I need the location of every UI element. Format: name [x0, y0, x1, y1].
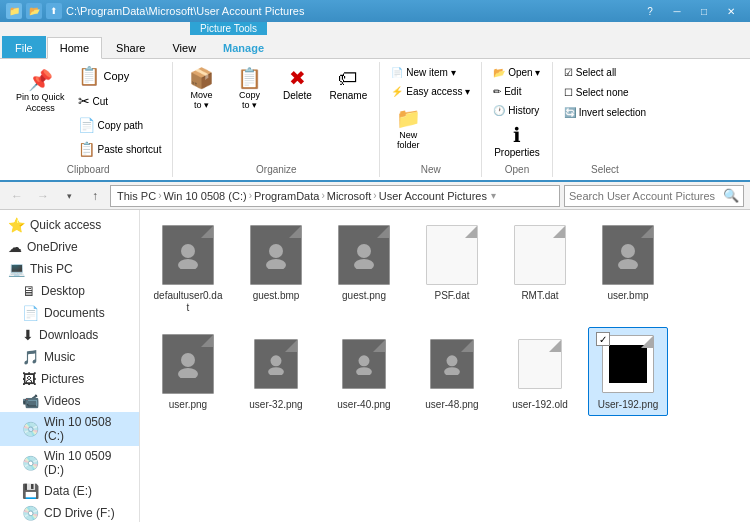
- sidebar-item-music[interactable]: 🎵 Music: [0, 346, 139, 368]
- breadcrumb-this-pc[interactable]: This PC: [117, 190, 156, 202]
- sidebar-item-desktop[interactable]: 🖥 Desktop: [0, 280, 139, 302]
- sidebar: ⭐ Quick access ☁ OneDrive 💻 This PC 🖥 De…: [0, 210, 140, 522]
- file-name-user-32: user-32.png: [249, 399, 302, 411]
- back-button[interactable]: ←: [6, 185, 28, 207]
- easy-access-icon: ⚡: [391, 86, 403, 97]
- delete-button[interactable]: ✖ Delete: [275, 64, 319, 105]
- documents-icon: 📄: [22, 305, 39, 321]
- new-item-button[interactable]: 📄 New item ▾: [386, 64, 460, 81]
- help-button[interactable]: ?: [637, 2, 663, 20]
- paste-shortcut-label: Paste shortcut: [98, 144, 162, 155]
- properties-button[interactable]: ℹ Properties: [488, 121, 546, 162]
- title-bar: 📁 📂 ⬆ C:\ProgramData\Microsoft\User Acco…: [0, 0, 750, 22]
- file-item-user-192-old[interactable]: user-192.old: [500, 327, 580, 416]
- clipboard-label: Clipboard: [67, 164, 110, 175]
- sidebar-item-win10-c[interactable]: 💿 Win 10 0508 (C:): [0, 412, 139, 446]
- sidebar-item-pictures[interactable]: 🖼 Pictures: [0, 368, 139, 390]
- sidebar-label-win10-c: Win 10 0508 (C:): [44, 415, 131, 443]
- tab-home[interactable]: Home: [47, 37, 102, 59]
- file-item-rmt-dat[interactable]: RMT.dat: [500, 218, 580, 319]
- quick-access-icon: ⭐: [8, 217, 25, 233]
- invert-selection-button[interactable]: 🔄 Invert selection: [559, 104, 651, 121]
- pin-to-quick-access-button[interactable]: 📌 Pin to QuickAccess: [10, 64, 71, 118]
- file-name-guest-bmp: guest.bmp: [253, 290, 300, 302]
- easy-access-button[interactable]: ⚡ Easy access ▾: [386, 83, 475, 100]
- new-content: 📄 New item ▾ ⚡ Easy access ▾ 📁 Newfolder: [386, 64, 475, 162]
- sidebar-item-videos[interactable]: 📹 Videos: [0, 390, 139, 412]
- sidebar-item-quick-access[interactable]: ⭐ Quick access: [0, 214, 139, 236]
- search-input[interactable]: [569, 190, 720, 202]
- copy-path-button[interactable]: 📄 Copy path: [73, 114, 167, 136]
- sidebar-item-downloads[interactable]: ⬇ Downloads: [0, 324, 139, 346]
- svg-point-1: [178, 259, 198, 269]
- tab-view[interactable]: View: [159, 36, 209, 58]
- properties-icon: ℹ: [513, 125, 521, 145]
- file-name-psf: PSF.dat: [434, 290, 469, 302]
- close-button[interactable]: ✕: [718, 2, 744, 20]
- move-to-button[interactable]: 📦 Moveto ▾: [179, 64, 223, 114]
- file-item-user-bmp[interactable]: user.bmp: [588, 218, 668, 319]
- copy-to-label: Copyto ▾: [239, 90, 260, 110]
- file-item-user-192-png[interactable]: ✓ User-192.png: [588, 327, 668, 416]
- copy-button[interactable]: 📋 Copy: [73, 64, 167, 88]
- select-all-button[interactable]: ☑ Select all: [559, 64, 622, 81]
- select-label: Select: [591, 164, 619, 175]
- desktop-icon: 🖥: [22, 283, 36, 299]
- breadcrumb-win10-c[interactable]: Win 10 0508 (C:): [163, 190, 246, 202]
- tab-share[interactable]: Share: [103, 36, 158, 58]
- sidebar-item-win10-d[interactable]: 💿 Win 10 0509 (D:): [0, 446, 139, 480]
- tab-file[interactable]: File: [2, 36, 46, 58]
- file-item-defaultuser0[interactable]: defaultuser0.dat: [148, 218, 228, 319]
- file-icon-defaultuser0: [156, 223, 220, 287]
- svg-point-13: [356, 367, 372, 375]
- breadcrumb-user-account-pictures[interactable]: User Account Pictures: [379, 190, 487, 202]
- delete-label: Delete: [283, 90, 312, 101]
- ribbon: 📌 Pin to QuickAccess 📋 Copy ✂ Cut 📄 Copy…: [0, 59, 750, 182]
- up-button[interactable]: ↑: [84, 185, 106, 207]
- sidebar-item-cd-f[interactable]: 💿 CD Drive (F:): [0, 502, 139, 522]
- rename-button[interactable]: 🏷 Rename: [323, 64, 373, 105]
- sidebar-label-this-pc: This PC: [30, 262, 73, 276]
- history-icon: 🕐: [493, 105, 505, 116]
- file-item-guest-bmp[interactable]: guest.bmp: [236, 218, 316, 319]
- file-item-psf-dat[interactable]: PSF.dat: [412, 218, 492, 319]
- file-icon-user-bmp: [596, 223, 660, 287]
- copy-to-icon: 📋: [237, 68, 262, 88]
- search-bar[interactable]: 🔍: [564, 185, 744, 207]
- file-name-defaultuser0: defaultuser0.dat: [153, 290, 223, 314]
- new-group: 📄 New item ▾ ⚡ Easy access ▾ 📁 Newfolder…: [380, 62, 482, 177]
- file-name-user-bmp: user.bmp: [607, 290, 648, 302]
- minimize-button[interactable]: ─: [664, 2, 690, 20]
- open-group: 📂 Open ▾ ✏ Edit 🕐 History ℹ Properties O…: [482, 62, 553, 177]
- breadcrumb-microsoft[interactable]: Microsoft: [327, 190, 372, 202]
- file-item-guest-png[interactable]: guest.png: [324, 218, 404, 319]
- recent-locations-button[interactable]: ▾: [58, 185, 80, 207]
- select-none-button[interactable]: ☐ Select none: [559, 84, 634, 101]
- paste-shortcut-button[interactable]: 📋 Paste shortcut: [73, 138, 167, 160]
- svg-point-3: [266, 259, 286, 269]
- edit-button[interactable]: ✏ Edit: [488, 83, 526, 100]
- forward-button[interactable]: →: [32, 185, 54, 207]
- svg-point-5: [354, 259, 374, 269]
- file-item-user-png[interactable]: user.png: [148, 327, 228, 416]
- copy-path-icon: 📄: [78, 117, 95, 133]
- breadcrumb-programdata[interactable]: ProgramData: [254, 190, 319, 202]
- file-area: defaultuser0.dat guest.bmp guest.p: [140, 210, 750, 522]
- cut-button[interactable]: ✂ Cut: [73, 90, 167, 112]
- file-item-user-40[interactable]: user-40.png: [324, 327, 404, 416]
- sidebar-item-documents[interactable]: 📄 Documents: [0, 302, 139, 324]
- maximize-button[interactable]: □: [691, 2, 717, 20]
- copy-to-button[interactable]: 📋 Copyto ▾: [227, 64, 271, 114]
- breadcrumb-dropdown[interactable]: ▾: [491, 190, 496, 201]
- file-item-user-48[interactable]: user-48.png: [412, 327, 492, 416]
- new-folder-button[interactable]: 📁 Newfolder: [386, 104, 430, 154]
- open-button[interactable]: 📂 Open ▾: [488, 64, 545, 81]
- file-item-user-32[interactable]: user-32.png: [236, 327, 316, 416]
- file-icon-psf: [420, 223, 484, 287]
- sidebar-label-downloads: Downloads: [39, 328, 98, 342]
- sidebar-item-onedrive[interactable]: ☁ OneDrive: [0, 236, 139, 258]
- tab-manage[interactable]: Manage: [210, 36, 277, 58]
- history-button[interactable]: 🕐 History: [488, 102, 544, 119]
- sidebar-item-data-e[interactable]: 💾 Data (E:): [0, 480, 139, 502]
- sidebar-item-this-pc[interactable]: 💻 This PC: [0, 258, 139, 280]
